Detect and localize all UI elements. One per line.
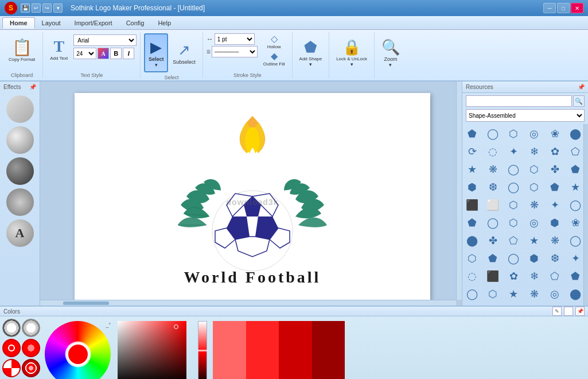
shape-item-18[interactable]: ⬢ — [464, 179, 481, 196]
bold-btn[interactable]: B — [110, 48, 122, 59]
add-text-btn[interactable]: T Add Text — [46, 33, 71, 67]
shape-item-53[interactable]: ⬟ — [567, 268, 584, 285]
shape-item-46[interactable]: ❆ — [546, 250, 563, 267]
shape-item-51[interactable]: ❄ — [525, 268, 543, 285]
effect-letter[interactable]: A — [6, 219, 34, 247]
outline-fill-btn[interactable]: ◆ Outline Fill — [260, 51, 289, 67]
swatch-red[interactable] — [2, 339, 21, 357]
shape-item-35[interactable]: ❀ — [567, 214, 584, 231]
shape-item-37[interactable]: ✤ — [484, 232, 501, 249]
color-strip-4[interactable] — [312, 321, 345, 379]
color-strip-2[interactable] — [246, 321, 279, 379]
shape-item-47[interactable]: ✦ — [567, 250, 584, 267]
shape-item-28[interactable]: ✦ — [546, 196, 563, 214]
effect-dark[interactable] — [6, 157, 34, 185]
shape-item-4[interactable]: ❀ — [546, 125, 563, 142]
shape-item-22[interactable]: ⬟ — [546, 179, 563, 196]
shape-item-1[interactable]: ◯ — [484, 125, 501, 142]
h-scrollbar[interactable] — [40, 300, 456, 305]
shape-item-54[interactable]: ◯ — [464, 285, 481, 303]
shape-item-13[interactable]: ❋ — [484, 161, 501, 178]
shape-item-26[interactable]: ⬡ — [505, 196, 522, 214]
text-color-ab-btn[interactable]: A — [98, 48, 109, 59]
menu-home[interactable]: Home — [2, 17, 35, 29]
shape-item-41[interactable]: ◯ — [567, 232, 584, 249]
quick-save-btn[interactable]: 💾 — [21, 3, 30, 13]
shape-item-32[interactable]: ⬡ — [505, 214, 522, 231]
shape-item-2[interactable]: ⬡ — [505, 125, 522, 142]
menu-layout[interactable]: Layout — [35, 18, 68, 28]
add-shape-btn[interactable]: ⬟ Add Shape ▾ — [296, 33, 326, 72]
close-button[interactable]: ✕ — [571, 3, 583, 13]
shape-item-30[interactable]: ⬟ — [464, 214, 481, 231]
shape-item-42[interactable]: ⬡ — [464, 250, 481, 267]
shape-item-38[interactable]: ⬠ — [505, 232, 522, 249]
shape-item-59[interactable]: ⬤ — [567, 285, 584, 303]
shape-item-9[interactable]: ❄ — [525, 143, 543, 160]
select-btn[interactable]: ▶ Select ▾ — [144, 33, 168, 72]
italic-btn[interactable]: I — [123, 48, 134, 59]
shape-item-43[interactable]: ⬟ — [484, 250, 501, 267]
shape-item-20[interactable]: ◯ — [505, 179, 522, 196]
v-scrollbar[interactable] — [456, 82, 462, 300]
canvas-area[interactable]: World Football download3k — [40, 82, 462, 305]
zoom-btn[interactable]: 🔍 Zoom ▾ — [378, 33, 403, 72]
colors-white-swatch[interactable] — [564, 307, 573, 316]
color-wheel[interactable] — [45, 321, 111, 379]
shape-item-6[interactable]: ⟳ — [464, 143, 481, 160]
shape-item-64[interactable]: ⬢ — [546, 303, 563, 305]
font-size-select[interactable]: 24 — [73, 48, 96, 59]
shape-item-19[interactable]: ❆ — [484, 179, 501, 196]
color-wheel-container[interactable]: _° — [45, 321, 111, 379]
shape-item-60[interactable]: ⬟ — [464, 303, 481, 305]
effect-flat[interactable] — [6, 95, 34, 123]
color-strip-3[interactable] — [279, 321, 312, 379]
shape-item-15[interactable]: ⬡ — [525, 161, 543, 178]
shape-item-17[interactable]: ⬟ — [567, 161, 584, 178]
shape-item-0[interactable]: ⬟ — [464, 125, 481, 142]
shapes-scrollbar[interactable] — [583, 124, 588, 305]
menu-help[interactable]: Help — [151, 18, 178, 28]
resources-search-input[interactable] — [466, 95, 572, 107]
menu-importexport[interactable]: Import/Export — [68, 18, 119, 28]
lock-unlock-btn[interactable]: 🔒 Lock & UnLock ▾ — [333, 33, 371, 72]
shape-item-24[interactable]: ⬛ — [464, 196, 481, 214]
shape-item-61[interactable]: ◯ — [484, 303, 501, 305]
shape-item-39[interactable]: ★ — [525, 232, 543, 249]
shape-item-63[interactable]: ⬡ — [525, 303, 543, 305]
shape-item-49[interactable]: ⬛ — [484, 268, 501, 285]
resources-search-btn[interactable]: 🔍 — [573, 95, 585, 107]
effect-shiny[interactable] — [6, 126, 34, 154]
shape-item-65[interactable]: ❀ — [567, 303, 584, 305]
shape-item-21[interactable]: ⬡ — [525, 179, 543, 196]
swatch-red-complex[interactable] — [22, 359, 40, 377]
shape-item-23[interactable]: ★ — [567, 179, 584, 196]
resources-pin[interactable]: 📌 — [578, 84, 585, 90]
shape-item-34[interactable]: ⬢ — [546, 214, 563, 231]
shape-item-29[interactable]: ◯ — [567, 196, 584, 214]
colors-pin[interactable]: 📌 — [575, 307, 585, 316]
shape-item-12[interactable]: ★ — [464, 161, 481, 178]
maximize-button[interactable]: □ — [557, 3, 570, 13]
colors-edit-btn[interactable]: ✎ — [552, 307, 562, 316]
shape-item-27[interactable]: ❋ — [525, 196, 543, 214]
swatch-neutral2[interactable] — [22, 319, 40, 337]
hue-slider[interactable] — [198, 321, 207, 379]
shape-item-3[interactable]: ◎ — [525, 125, 543, 142]
shape-item-36[interactable]: ⬤ — [464, 232, 481, 249]
shape-item-14[interactable]: ◯ — [505, 161, 522, 178]
shape-item-48[interactable]: ◌ — [464, 268, 481, 285]
copy-format-btn[interactable]: 📋 Copy Format — [5, 33, 39, 67]
menu-config[interactable]: Config — [119, 18, 151, 28]
shape-item-7[interactable]: ◌ — [484, 143, 501, 160]
shape-item-44[interactable]: ◯ — [505, 250, 522, 267]
shape-item-56[interactable]: ★ — [505, 285, 522, 303]
color-strip-1[interactable] — [213, 321, 246, 379]
effect-mid[interactable] — [6, 188, 34, 216]
resources-category-select[interactable]: Shape-Assembled Shape-Basic Shape-Comple… — [466, 109, 585, 122]
shape-item-55[interactable]: ⬡ — [484, 285, 501, 303]
quick-undo-btn[interactable]: ↩ — [32, 3, 41, 13]
quick-dropdown-btn[interactable]: ▾ — [53, 3, 63, 13]
stroke-line-select[interactable]: ────── — [212, 46, 258, 57]
swatch-red-checker[interactable] — [2, 359, 21, 377]
